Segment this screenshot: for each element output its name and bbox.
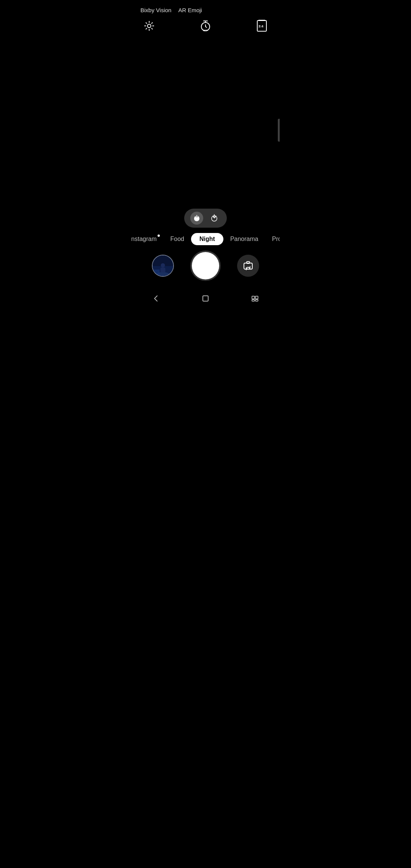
nav-bar — [131, 287, 280, 312]
timer-button[interactable]: OFF — [198, 19, 213, 33]
svg-text:3:4: 3:4 — [258, 24, 263, 28]
back-button[interactable] — [148, 291, 164, 306]
svg-rect-14 — [203, 296, 208, 301]
bixby-vision-link[interactable]: Bixby Vision — [140, 7, 171, 13]
home-icon — [201, 294, 210, 303]
controls-row: OFF 3:4 — [131, 17, 280, 36]
svg-rect-16 — [255, 296, 258, 299]
timer-icon: OFF — [199, 19, 212, 33]
ratio-icon: 3:4 — [255, 19, 269, 33]
mode-instagram[interactable]: Instagram — [131, 233, 164, 245]
back-icon — [152, 294, 160, 303]
gallery-thumb-image — [153, 255, 173, 276]
flip-camera-icon — [242, 260, 254, 271]
mode-icons-row — [131, 209, 280, 228]
camera-modes-row: Instagram Food Night Panorama Pro — [131, 233, 280, 245]
settings-button[interactable] — [142, 19, 156, 33]
mode-night[interactable]: Night — [191, 233, 223, 245]
flame-outline-icon — [210, 214, 218, 222]
svg-point-0 — [148, 24, 151, 28]
svg-rect-15 — [252, 296, 255, 299]
svg-point-9 — [161, 263, 165, 267]
mode-panorama[interactable]: Panorama — [223, 233, 265, 245]
recents-icon — [251, 294, 259, 303]
bottom-controls — [131, 252, 280, 287]
svg-rect-4 — [258, 20, 265, 21]
thumbnail-art — [153, 255, 173, 277]
svg-rect-13 — [247, 262, 250, 263]
svg-text:OFF: OFF — [203, 29, 208, 32]
scene-optimizer-on-button[interactable] — [190, 212, 203, 225]
scene-optimizer-pill — [184, 209, 227, 228]
shutter-button[interactable] — [192, 252, 219, 279]
top-bar: Bixby Vision AR Emoji — [131, 0, 280, 17]
home-button[interactable] — [198, 291, 213, 306]
ratio-button[interactable]: 3:4 — [255, 19, 269, 33]
top-links: Bixby Vision AR Emoji — [140, 7, 202, 13]
mode-pro[interactable]: Pro — [265, 233, 280, 245]
svg-rect-12 — [244, 263, 252, 269]
svg-rect-11 — [153, 270, 160, 276]
edge-handle[interactable] — [278, 119, 280, 142]
svg-rect-18 — [255, 300, 258, 301]
scene-optimizer-off-button[interactable] — [208, 212, 221, 225]
mode-food[interactable]: Food — [164, 233, 191, 245]
recents-button[interactable] — [247, 291, 263, 306]
svg-rect-10 — [160, 268, 165, 273]
gear-icon — [144, 21, 155, 31]
ar-emoji-link[interactable]: AR Emoji — [178, 7, 202, 13]
viewfinder — [131, 36, 280, 209]
gallery-thumbnail[interactable] — [152, 255, 174, 277]
svg-rect-17 — [252, 300, 255, 301]
flip-camera-button[interactable] — [237, 255, 259, 277]
flame-filled-icon — [193, 214, 201, 222]
